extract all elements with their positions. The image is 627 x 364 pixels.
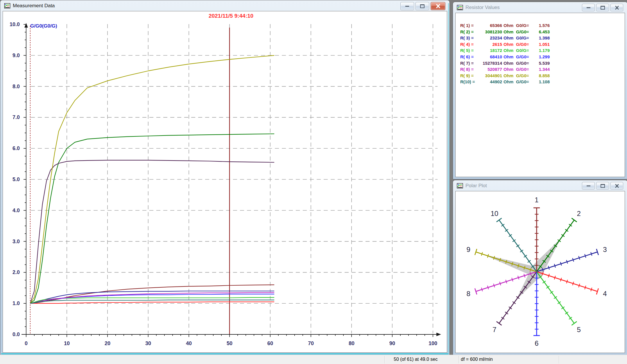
resistor-ratio: 6.453 <box>531 29 550 35</box>
polar-titlebar[interactable]: Polar Plot <box>453 180 581 191</box>
resistor-label: R( 8) = <box>460 66 479 73</box>
measurement-data-window: Measurement Data 2021/11/5 9:44:10G/G0(G… <box>0 0 450 355</box>
svg-text:60: 60 <box>267 340 273 346</box>
resistor-ratio: 1.051 <box>531 41 550 48</box>
svg-text:9.0: 9.0 <box>12 53 20 58</box>
polar-axis-5: 5 <box>537 272 581 334</box>
resistor-row: R( 4) =2615OhmG/G0=1.051 <box>460 41 625 48</box>
polar-axis-label: 8 <box>466 290 470 298</box>
resistor-minimize-button[interactable] <box>582 4 595 11</box>
status-progress: 50 (of 61) at 49.0 sec <box>394 357 438 362</box>
resistor-val: 520877 <box>479 66 502 73</box>
resistor-ratio: 1.179 <box>531 47 550 54</box>
minimize-icon <box>587 185 590 186</box>
polar-caption-buttons <box>582 182 623 190</box>
resistor-val: 2615 <box>479 41 502 48</box>
polar-plot-chart: 12345678910 <box>456 191 625 353</box>
polar-plot-window: Polar Plot 12345678910 <box>453 180 627 355</box>
measurement-chart-area[interactable]: 2021/11/5 9:44:10G/G0(G0/G)0.01.02.03.04… <box>3 11 447 353</box>
polar-close-button[interactable] <box>610 182 623 190</box>
resistor-row: R( 9) =3044901OhmG/G0=8.858 <box>460 73 625 79</box>
measurement-restore-button[interactable] <box>415 2 429 10</box>
resistor-unit: Ohm <box>502 73 514 79</box>
resistor-row: R( 3) =23234OhmG0/G=1.398 <box>460 35 625 41</box>
status-bar: 50 (of 61) at 49.0 sec df = 600 ml/min <box>0 355 627 364</box>
resistor-row: R( 8) =520877OhmG/G0=1.344 <box>460 66 625 73</box>
resistor-ratio: 1.299 <box>531 54 550 60</box>
curve-R4 <box>30 302 274 303</box>
close-icon <box>615 6 619 10</box>
polar-plot-area: 12345678910 <box>455 191 625 353</box>
resistor-rlabel: G/G0= <box>514 41 531 48</box>
resistor-unit: Ohm <box>502 66 514 73</box>
resistor-close-button[interactable] <box>610 4 623 11</box>
svg-text:2.0: 2.0 <box>12 269 20 275</box>
resistor-titlebar[interactable]: Resistor Values <box>453 2 581 13</box>
polar-axis-label: 3 <box>603 246 607 253</box>
svg-text:20: 20 <box>105 340 110 346</box>
svg-text:1.0: 1.0 <box>12 300 20 306</box>
polar-axis-6: 6 <box>533 272 540 347</box>
resistor-row: R(10) =44902OhmG/G0=1.108 <box>460 79 625 85</box>
resistor-values-window: Resistor Values R( 1) =65366OhmG0/G=1.57… <box>453 2 627 179</box>
resistor-label: R( 5) = <box>460 47 479 54</box>
resistor-val: 44902 <box>479 79 502 85</box>
resistor-ratio: 1.108 <box>531 79 550 85</box>
resistor-rlabel: G/G0= <box>514 66 531 73</box>
svg-text:0: 0 <box>25 340 28 346</box>
svg-text:30: 30 <box>145 340 151 346</box>
resistor-rlabel: G/G0= <box>514 54 531 60</box>
resistor-rlabel: G0/G= <box>514 47 531 54</box>
y-axis-label: G/G0(G0/G) <box>30 23 57 29</box>
status-separator <box>458 356 459 363</box>
resistor-label: R( 2) = <box>460 29 479 35</box>
svg-text:10: 10 <box>64 340 70 346</box>
resistor-caption-buttons <box>582 4 623 11</box>
resistor-maximize-button[interactable] <box>596 4 609 11</box>
resistor-row: R( 6) =68410OhmG/G0=1.299 <box>460 54 625 60</box>
polar-axis-label: 6 <box>535 339 538 347</box>
status-separator <box>384 356 385 363</box>
resistor-rlabel: G/G0= <box>514 79 531 85</box>
cursor-timestamp: 2021/11/5 9:44:10 <box>209 13 253 19</box>
resistor-unit: Ohm <box>502 29 514 35</box>
status-separator <box>559 356 559 363</box>
resistor-val: 3081230 <box>479 29 502 35</box>
svg-text:4.0: 4.0 <box>12 208 20 213</box>
resistor-val: 18172 <box>479 47 502 54</box>
svg-text:90: 90 <box>389 340 395 346</box>
resistor-unit: Ohm <box>502 47 514 54</box>
minimize-icon <box>587 7 590 8</box>
close-icon <box>436 4 440 8</box>
measurement-chart[interactable]: 2021/11/5 9:44:10G/G0(G0/G)0.01.02.03.04… <box>3 11 447 352</box>
resistor-values-list: R( 1) =65366OhmG0/G=1.576R( 2) =3081230O… <box>456 13 625 85</box>
svg-text:80: 80 <box>349 340 354 346</box>
resistor-label: R( 7) = <box>460 60 479 66</box>
maximize-icon <box>601 184 605 188</box>
svg-text:0.0: 0.0 <box>12 331 20 337</box>
measurement-caption-buttons <box>400 2 445 10</box>
restore-icon <box>420 4 424 8</box>
polar-axis-label: 4 <box>603 290 607 298</box>
polar-axis-label: 2 <box>577 210 581 217</box>
polar-minimize-button[interactable] <box>582 182 595 190</box>
resistor-row: R( 2) =3081230OhmG/G0=6.453 <box>460 29 625 35</box>
resistor-unit: Ohm <box>502 54 514 60</box>
resistor-label: R( 3) = <box>460 35 479 41</box>
resistor-rlabel: G/G0= <box>514 29 531 35</box>
measurement-minimize-button[interactable] <box>400 2 414 10</box>
polar-maximize-button[interactable] <box>596 182 609 190</box>
resistor-row: R( 5) =18172OhmG0/G=1.179 <box>460 47 625 54</box>
resistor-rlabel: G0/G= <box>514 22 531 29</box>
resistor-val: 65366 <box>479 22 502 29</box>
resistor-val: 68410 <box>479 54 502 60</box>
svg-text:50: 50 <box>227 340 232 346</box>
resistor-unit: Ohm <box>502 35 514 41</box>
polar-axis-label: 10 <box>490 210 498 217</box>
measurement-close-button[interactable] <box>431 2 445 10</box>
svg-text:10.0: 10.0 <box>10 21 20 27</box>
measurement-titlebar[interactable]: Measurement Data <box>0 0 403 11</box>
window-frame-accent-bottom <box>1 353 449 354</box>
polar-axis-label: 7 <box>492 326 496 334</box>
svg-text:100: 100 <box>429 340 437 346</box>
